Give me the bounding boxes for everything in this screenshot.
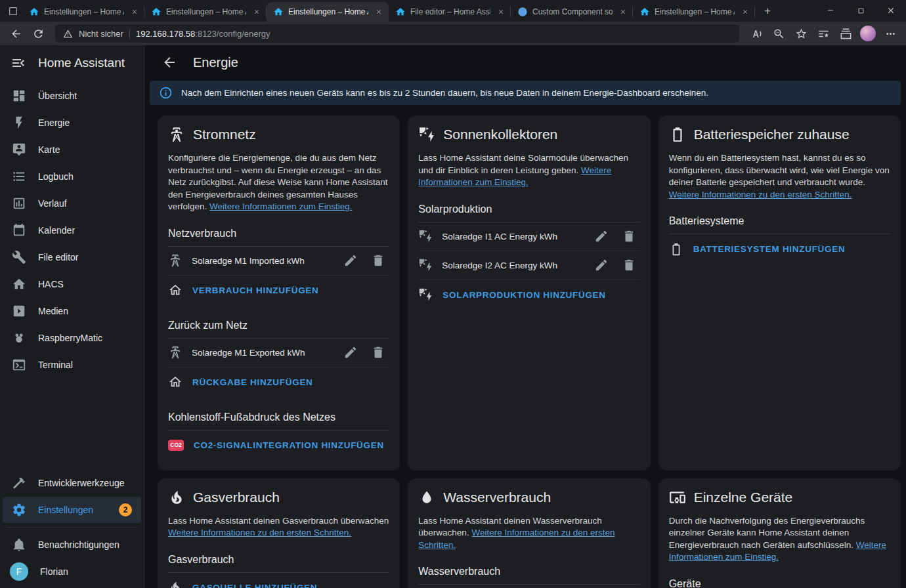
sidebar-item-kalender[interactable]: Kalender xyxy=(3,217,141,243)
sensor-row-imported: Solaredge M1 Imported kWh xyxy=(168,247,389,276)
card-description: Lass Home Assistant deinen Wasserverbrau… xyxy=(418,515,639,552)
tab-close-icon[interactable] xyxy=(617,6,629,18)
back-arrow-icon[interactable] xyxy=(160,53,179,72)
sidebar-item-einstellungen[interactable]: Einstellungen 2 xyxy=(3,497,141,523)
learn-more-link[interactable]: Weitere Informationen zu den ersten Schr… xyxy=(669,190,852,200)
card-gasverbrauch: Gasverbrauch Lass Home Assistant deinen … xyxy=(158,478,400,588)
sensor-row-solar-1: Solaredge I1 AC Energy kWh xyxy=(418,222,639,251)
add-solar-button[interactable]: SOLARPRODUKTION HINZUFÜGEN xyxy=(418,280,639,310)
edit-icon[interactable] xyxy=(594,258,609,272)
add-gas-button[interactable]: GASQUELLE HINZUFÜGEN xyxy=(168,573,389,588)
workspace-icon[interactable] xyxy=(4,2,22,20)
edit-icon[interactable] xyxy=(343,253,358,268)
section-header-wasserverbrauch: Wasserverbrauch xyxy=(418,566,639,585)
fire-icon xyxy=(168,489,185,506)
card-title: Batteriespeicher zuhause xyxy=(669,126,890,143)
add-co2-button[interactable]: CO2 CO2-SIGNALINTEGRATION HINZUFÜGEN xyxy=(168,430,389,460)
sidebar-item-label: HACS xyxy=(38,279,64,289)
row-actions xyxy=(594,258,640,272)
sidebar-item-hacs[interactable]: HACS xyxy=(3,271,141,297)
cards-grid: Stromnetz Konfiguriere die Energiemenge,… xyxy=(144,110,906,588)
gear-icon xyxy=(12,503,26,517)
lightning-icon xyxy=(12,116,26,130)
user-avatar: F xyxy=(10,562,28,581)
delete-icon[interactable] xyxy=(371,253,385,268)
new-tab-button[interactable]: + xyxy=(759,3,776,20)
bell-icon xyxy=(12,537,26,552)
url-text[interactable]: 192.168.178.58:8123/config/energy xyxy=(136,29,270,39)
learn-more-link[interactable]: Weitere Informationen zum Einstieg. xyxy=(209,201,352,211)
sidebar-divider xyxy=(7,527,137,528)
window-controls xyxy=(815,0,906,21)
window-maximize-button[interactable] xyxy=(846,0,876,21)
sidebar-item-medien[interactable]: Medien xyxy=(3,298,141,324)
edit-icon[interactable] xyxy=(343,345,358,360)
sidebar-item-entwicklerwerkzeuge[interactable]: Entwicklerwerkzeuge xyxy=(3,470,141,496)
page-title: Energie xyxy=(193,55,238,70)
sensor-row-solar-2: Solaredge I2 AC Energy kWh xyxy=(418,251,639,280)
home-assistant-app: Home Assistant Übersicht Energie Karte L… xyxy=(0,45,906,588)
zoom-out-icon[interactable] xyxy=(768,24,789,43)
add-water-button[interactable]: WASSERQUELLE HINZUFÜGEN xyxy=(418,585,639,588)
window-minimize-button[interactable] xyxy=(815,0,846,21)
console-icon xyxy=(12,358,26,372)
sidebar-item-file-editor[interactable]: File editor xyxy=(3,244,141,270)
profile-avatar[interactable] xyxy=(857,24,878,43)
not-secure-warning-icon[interactable] xyxy=(63,29,73,39)
back-icon[interactable] xyxy=(5,24,26,43)
tab-close-icon[interactable] xyxy=(495,6,507,18)
sidebar-item-profile[interactable]: F Florian xyxy=(3,558,141,585)
favorites-icon[interactable] xyxy=(813,24,834,43)
play-box-icon xyxy=(12,304,26,318)
browser-tab-1[interactable]: Einstellungen – Home As xyxy=(22,2,144,22)
address-bar[interactable]: Nicht sicher 192.168.178.58:8123/config/… xyxy=(55,24,739,43)
browser-tab-6[interactable]: Einstellungen – Home A xyxy=(633,2,755,22)
menu-open-icon[interactable] xyxy=(9,54,28,72)
solar-power-icon xyxy=(418,287,433,302)
read-aloud-icon[interactable] xyxy=(746,24,767,43)
sidebar-item-terminal[interactable]: Terminal xyxy=(3,352,141,378)
description-text: Durch die Nachverfolgung des Energieverb… xyxy=(669,516,865,550)
sidebar-item-logbuch[interactable]: Logbuch xyxy=(3,163,141,190)
delete-icon[interactable] xyxy=(622,229,636,243)
browser-menu-icon[interactable] xyxy=(880,24,901,43)
sidebar-item-label: Verlauf xyxy=(38,198,67,209)
add-battery-button[interactable]: BATTERIESYSTEM HINZUFÜGEN xyxy=(669,234,890,264)
delete-icon[interactable] xyxy=(622,258,636,272)
delete-icon[interactable] xyxy=(371,345,385,360)
tab-close-icon[interactable] xyxy=(129,6,140,18)
sidebar-item-uebersicht[interactable]: Übersicht xyxy=(3,83,141,109)
sidebar-item-verlauf[interactable]: Verlauf xyxy=(3,190,141,217)
card-title-text: Gasverbrauch xyxy=(193,490,280,505)
tab-close-icon[interactable] xyxy=(373,6,385,18)
sidebar-item-raspberrymatic[interactable]: RaspberryMatic xyxy=(3,325,141,351)
sidebar-item-energie[interactable]: Energie xyxy=(3,110,141,136)
tooltip-account-icon xyxy=(12,142,26,157)
fire-icon xyxy=(168,580,183,588)
collections-icon[interactable] xyxy=(835,24,856,43)
security-label[interactable]: Nicht sicher xyxy=(79,29,123,39)
sidebar-item-label: Medien xyxy=(38,306,68,316)
section-header-solarproduktion: Solarproduktion xyxy=(418,203,639,222)
banner-text: Nach dem Einrichten eines neuen Geräts k… xyxy=(181,88,708,98)
browser-tab-5[interactable]: Custom Component sola xyxy=(511,2,633,22)
sidebar: Home Assistant Übersicht Energie Karte L… xyxy=(0,45,144,588)
browser-tab-2[interactable]: Einstellungen – Home As xyxy=(144,2,267,22)
add-return-button[interactable]: RÜCKGABE HINZUFÜGEN xyxy=(168,368,389,397)
add-consumption-button[interactable]: VERBRAUCH HINZUFÜGEN xyxy=(168,276,389,305)
tab-title: Einstellungen – Home As xyxy=(288,7,368,16)
edit-icon[interactable] xyxy=(594,229,609,243)
card-title-text: Sonnenkollektoren xyxy=(443,127,557,142)
tab-close-icon[interactable] xyxy=(739,6,751,18)
add-favorite-icon[interactable] xyxy=(790,24,811,43)
tab-strip: Einstellungen – Home As Einstellungen – … xyxy=(0,0,906,22)
sidebar-item-karte[interactable]: Karte xyxy=(3,136,141,163)
refresh-icon[interactable] xyxy=(28,24,49,43)
window-close-button[interactable] xyxy=(876,0,906,21)
sidebar-item-benachrichtigungen[interactable]: Benachrichtigungen xyxy=(3,532,141,558)
card-title: Stromnetz xyxy=(168,126,389,143)
tab-close-icon[interactable] xyxy=(251,6,263,18)
learn-more-link[interactable]: Weitere Informationen zu den ersten Schr… xyxy=(168,528,351,537)
browser-tab-4[interactable]: File editor – Home Assist xyxy=(389,2,511,22)
browser-tab-3-active[interactable]: Einstellungen – Home As xyxy=(267,2,389,22)
